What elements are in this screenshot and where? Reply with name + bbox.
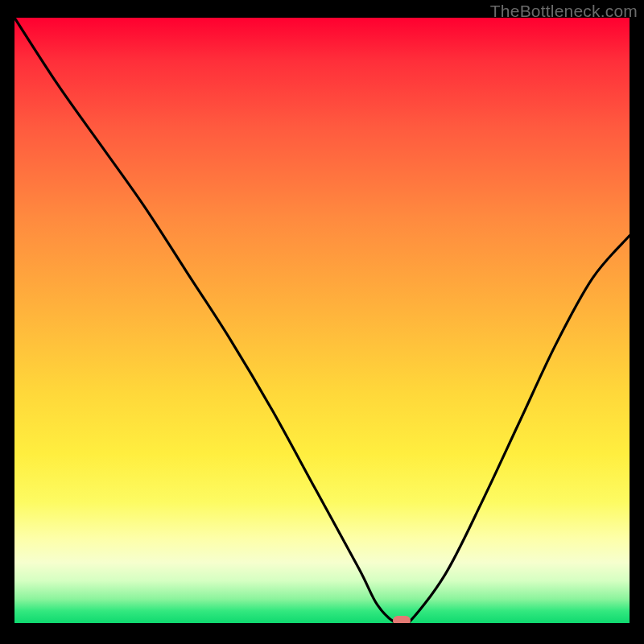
chart-frame: TheBottleneck.com [0, 0, 644, 644]
bottleneck-curve [14, 18, 630, 623]
plot-area [14, 18, 630, 623]
watermark-text: TheBottleneck.com [490, 2, 638, 21]
optimal-marker [393, 616, 411, 623]
